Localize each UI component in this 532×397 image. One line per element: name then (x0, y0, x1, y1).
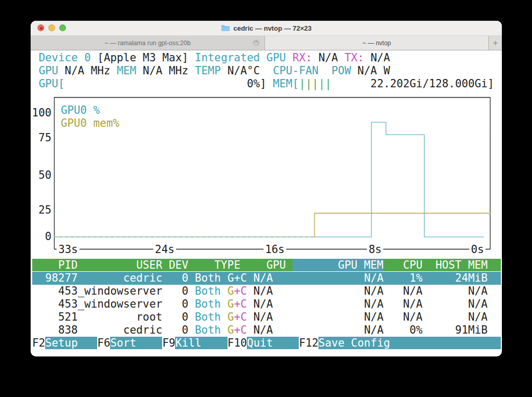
svg-text:16s: 16s (265, 243, 285, 256)
zoom-button[interactable] (59, 24, 66, 31)
fkey-save-config[interactable]: F12Save Config (299, 337, 500, 349)
folder-icon (221, 24, 230, 32)
terminal-window: cedric — nvtop — 72×23 ~ — ramalama run … (31, 21, 502, 356)
tab-ramalama[interactable]: ~ — ramalama run gpt-oss:20b (31, 36, 265, 50)
window-title: cedric — nvtop — 72×23 (233, 24, 312, 32)
desktop-background: cedric — nvtop — 72×23 ~ — ramalama run … (0, 0, 532, 397)
terminal-content[interactable]: Device 0 [Apple M3 Max] Integrated GPU R… (31, 50, 502, 350)
svg-text:25: 25 (38, 204, 51, 216)
svg-text:GPU0 mem%: GPU0 mem% (61, 117, 119, 129)
minimize-button[interactable] (48, 24, 55, 31)
window-controls (37, 24, 66, 31)
table-header: PID USER DEV TYPE GPU GPU MEM CPU HOST M… (32, 259, 501, 272)
fkey-quit[interactable]: F10Quit (228, 337, 299, 349)
table-row[interactable]: 453_windowserver 0 Both G+C N/A N/A N/A … (32, 285, 501, 298)
svg-text:100: 100 (32, 107, 51, 119)
close-button[interactable] (37, 24, 44, 31)
svg-text:33s: 33s (58, 243, 78, 256)
svg-text:8s: 8s (368, 243, 381, 256)
table-row[interactable]: 521 root 0 Both G+C N/A N/A N/A N/A (32, 311, 501, 324)
tab-bar: ~ — ramalama run gpt-oss:20b (31, 36, 502, 50)
function-key-bar: F2Setup F6Sort F9Kill F10Quit F12Save Co… (32, 337, 501, 350)
table-row[interactable]: 838 cedric 0 Both G+C N/A N/A 0% 91MiB (32, 324, 501, 337)
tab-label: ~ — nvtop (362, 39, 391, 47)
svg-text:0s: 0s (471, 243, 484, 256)
fkey-setup[interactable]: F2Setup (32, 337, 97, 349)
tab-label: ~ — ramalama run gpt-oss:20b (104, 39, 191, 47)
svg-text:GPU0 %: GPU0 % (61, 104, 100, 116)
svg-text:24s: 24s (155, 243, 175, 256)
new-tab-button[interactable]: + (488, 36, 502, 50)
svg-text:0: 0 (45, 230, 51, 243)
svg-text:50: 50 (38, 169, 51, 181)
gpu-utilization-chart: 100755025033s24s16s8s0sGPU0 %GPU0 mem% (31, 50, 501, 258)
fkey-kill[interactable]: F9Kill (162, 337, 227, 349)
window-titlebar[interactable]: cedric — nvtop — 72×23 (31, 21, 502, 36)
tab-nvtop[interactable]: ~ — nvtop (265, 36, 488, 50)
table-row[interactable]: 453_windowserver 0 Both G+C N/A N/A N/A … (32, 298, 501, 311)
svg-text:75: 75 (38, 131, 51, 144)
fkey-sort[interactable]: F6Sort (97, 337, 162, 349)
table-row[interactable]: 98277 cedric 0 Both G+C N/A N/A 1% 24MiB (32, 272, 501, 285)
spinner-icon (252, 39, 260, 48)
